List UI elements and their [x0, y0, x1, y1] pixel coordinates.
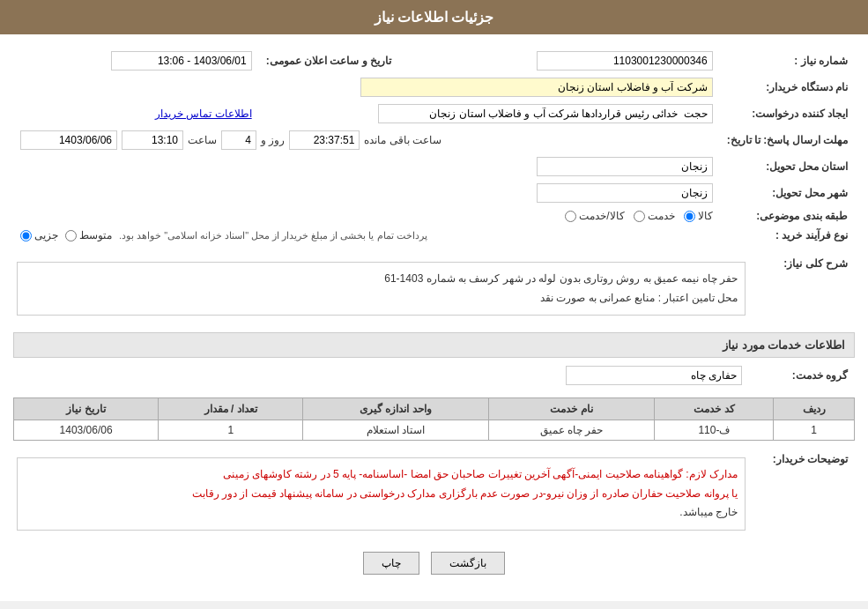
purchase-jozi-label: جزیی [34, 229, 58, 241]
purchase-jozi-radio[interactable] [20, 230, 32, 241]
deadline-label: مهلت ارسال پاسخ: تا تاریخ: [720, 127, 855, 153]
table-cell: استاد استعلام [303, 420, 488, 441]
purchase-motawaset-option: متوسط [65, 229, 112, 241]
category-khadamat-option: خدمت [634, 210, 675, 222]
deadline-row: ساعت باقی مانده روز و ساعت [13, 127, 720, 153]
col-date: تاریخ نیاز [14, 398, 159, 420]
category-khadamat-radio[interactable] [634, 211, 645, 222]
service-group-label: گروه خدمت: [749, 362, 855, 389]
table-cell: 1403/06/06 [14, 420, 159, 441]
col-service-name: نام خدمت [488, 398, 655, 420]
creator-value [259, 100, 720, 127]
category-kala-label: کالا [698, 210, 713, 222]
page-container: جزئیات اطلاعات نیاز شماره نیاز : تاریخ و… [0, 0, 868, 601]
info-table: شماره نیاز : تاریخ و ساعت اعلان عمومی: ن… [13, 48, 855, 245]
notes-line2: یا پروانه صلاحیت حفاران صادره از وزان نی… [192, 487, 738, 500]
category-kala-khadamat-radio[interactable] [565, 211, 576, 222]
category-value: کالا خدمت کالا/خدمت [13, 206, 720, 226]
page-header: جزئیات اطلاعات نیاز [0, 0, 868, 34]
days-input[interactable] [221, 130, 256, 150]
contact-link[interactable]: اطلاعات تماس خریدار [155, 108, 252, 120]
print-button[interactable]: چاپ [363, 552, 419, 575]
delivery-province-value [13, 153, 720, 180]
need-number-value [416, 48, 720, 74]
delivery-city-input[interactable] [537, 183, 713, 203]
purchase-jozi-option: جزیی [20, 229, 58, 241]
description-line2: محل تامین اعتبار : منابع عمرانی به صورت … [25, 289, 738, 308]
description-section-label: شرح کلی نیاز: [749, 254, 855, 323]
notes-content: مدارک لازم: گواهینامه صلاحیت ایمنی-آگهی … [13, 449, 749, 538]
table-cell: حفر چاه عمیق [488, 420, 655, 441]
category-kala-khadamat-option: کالا/خدمت [565, 210, 624, 222]
purchase-type-value: پرداخت تمام یا بخشی از مبلغ خریدار از مح… [13, 226, 720, 245]
announce-date-input[interactable] [111, 51, 252, 71]
table-cell: ف-110 [655, 420, 774, 441]
delivery-city-label: شهر محل تحویل: [720, 180, 855, 206]
announce-date-label: تاریخ و ساعت اعلان عمومی: [259, 48, 398, 74]
category-kala-option: کالا [684, 210, 713, 222]
services-section-header: اطلاعات خدمات مورد نیاز [13, 332, 855, 358]
description-content: حفر چاه نیمه عمیق به روش روتاری بدون لول… [13, 254, 749, 323]
service-group-table: گروه خدمت: [13, 362, 855, 389]
col-row-num: ردیف [774, 398, 855, 420]
notes-box: مدارک لازم: گواهینامه صلاحیت ایمنی-آگهی … [17, 457, 746, 531]
need-number-input[interactable] [537, 51, 713, 71]
col-service-code: کد خدمت [655, 398, 774, 420]
purchase-motawaset-label: متوسط [79, 229, 112, 241]
buttons-row: بازگشت چاپ [13, 538, 855, 588]
service-group-input[interactable] [566, 366, 742, 385]
delivery-city-value [13, 180, 720, 206]
notes-line1: مدارک لازم: گواهینامه صلاحیت ایمنی-آگهی … [223, 468, 738, 480]
purchase-motawaset-radio[interactable] [65, 230, 77, 241]
delivery-province-label: استان محل تحویل: [720, 153, 855, 180]
deadline-time-input[interactable] [122, 130, 183, 150]
notes-line3: خارج میباشد. [679, 506, 738, 518]
delivery-province-input[interactable] [537, 157, 713, 176]
org-name-value [13, 74, 720, 100]
category-khadamat-label: خدمت [648, 210, 675, 222]
category-kala-khadamat-label: کالا/خدمت [579, 210, 624, 222]
table-cell: 1 [159, 420, 303, 441]
remaining-time-label: ساعت باقی مانده [364, 134, 441, 146]
need-number-label: شماره نیاز : [720, 48, 855, 74]
remaining-time-input[interactable] [289, 130, 360, 150]
org-name-input[interactable] [360, 78, 713, 97]
service-group-value [13, 362, 749, 389]
announce-date-value [13, 48, 259, 74]
days-label: روز و [261, 134, 285, 146]
services-table: ردیف کد خدمت نام خدمت واحد اندازه گیری ت… [13, 397, 855, 441]
creator-label: ایجاد کننده درخواست: [720, 100, 855, 127]
page-title: جزئیات اطلاعات نیاز [375, 10, 494, 25]
category-label: طبقه بندی موضوعی: [720, 206, 855, 226]
col-unit: واحد اندازه گیری [303, 398, 488, 420]
notes-label: توضیحات خریدار: [749, 449, 855, 538]
back-button[interactable]: بازگشت [431, 552, 505, 575]
creator-input[interactable] [378, 104, 713, 123]
org-name-label: نام دستگاه خریدار: [720, 74, 855, 100]
deadline-date-input[interactable] [20, 130, 117, 150]
table-cell: 1 [774, 420, 855, 441]
table-row: 1ف-110حفر چاه عمیقاستاد استعلام11403/06/… [14, 420, 855, 441]
main-content: شماره نیاز : تاریخ و ساعت اعلان عمومی: ن… [0, 34, 868, 601]
time-label: ساعت [188, 134, 217, 146]
col-quantity: تعداد / مقدار [159, 398, 303, 420]
category-kala-radio[interactable] [684, 211, 695, 222]
description-box: حفر چاه نیمه عمیق به روش روتاری بدون لول… [17, 262, 746, 316]
description-line1: حفر چاه نیمه عمیق به روش روتاری بدون لول… [25, 270, 738, 289]
purchase-type-desc: پرداخت تمام یا بخشی از مبلغ خریدار از مح… [119, 230, 427, 241]
purchase-type-label: نوع فرآیند خرید : [720, 226, 855, 245]
